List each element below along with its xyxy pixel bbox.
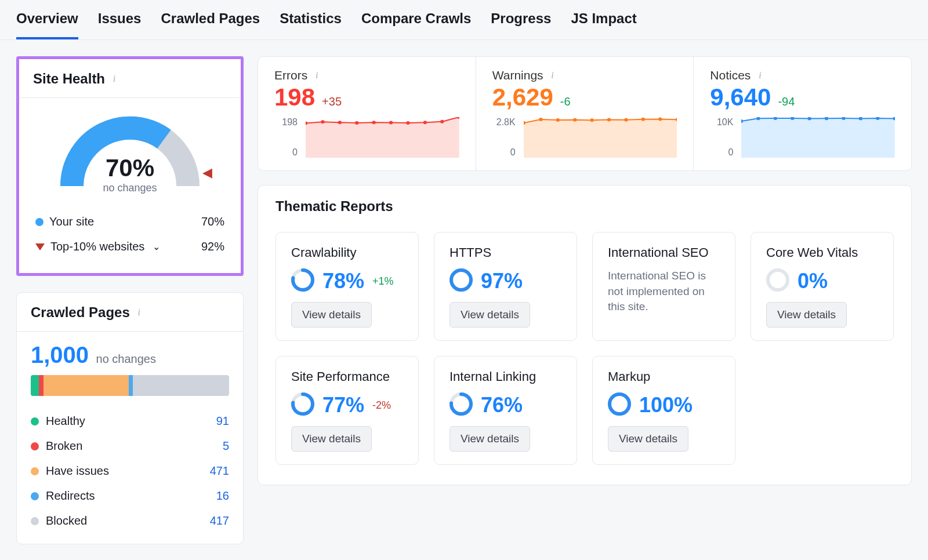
- report-title: Core Web Vitals: [766, 245, 878, 260]
- gauge-needle-icon: ◀: [202, 165, 212, 180]
- tab-bar: Overview Issues Crawled Pages Statistics…: [0, 0, 928, 40]
- errors-delta: +35: [322, 95, 342, 108]
- site-health-title: Site Health: [33, 71, 105, 87]
- legend-your-site: Your site 70%: [35, 209, 224, 234]
- crawled-item-value: 417: [210, 514, 229, 528]
- summary-notices[interactable]: Noticesi 9,640-94 10K0: [693, 57, 911, 170]
- tab-overview[interactable]: Overview: [16, 10, 78, 39]
- bar-segment[interactable]: [133, 375, 229, 396]
- svg-point-2: [338, 121, 342, 124]
- svg-point-33: [451, 270, 471, 290]
- info-icon[interactable]: i: [312, 71, 321, 80]
- donut-icon: [608, 392, 631, 418]
- crawled-list-item[interactable]: Redirects16: [31, 483, 229, 508]
- dot-icon: [35, 218, 44, 226]
- report-percent: 97%: [481, 269, 523, 293]
- view-details-button[interactable]: View details: [449, 426, 530, 452]
- notices-title: Notices: [710, 68, 751, 82]
- crawled-list-item[interactable]: Have issues471: [31, 459, 229, 483]
- tab-progress[interactable]: Progress: [491, 10, 551, 39]
- info-icon[interactable]: i: [755, 71, 764, 80]
- summary-warnings[interactable]: Warningsi 2,629-6 2.8K0: [476, 57, 694, 170]
- warnings-title: Warnings: [492, 68, 543, 82]
- view-details-button[interactable]: View details: [449, 302, 530, 328]
- report-title: International SEO: [608, 245, 720, 260]
- errors-value: 198: [274, 83, 315, 111]
- svg-point-41: [610, 394, 629, 414]
- view-details-button[interactable]: View details: [291, 426, 372, 452]
- report-card: Internal Linking76%View details: [434, 356, 577, 465]
- view-details-button[interactable]: View details: [766, 302, 847, 328]
- dot-icon: [31, 467, 39, 475]
- warnings-ytop: 2.8K: [492, 117, 516, 128]
- crawled-list-item[interactable]: Blocked417: [31, 508, 229, 533]
- report-title: Crawlability: [291, 245, 403, 260]
- tab-js-impact[interactable]: JS Impact: [571, 10, 636, 39]
- crawled-list-item[interactable]: Broken5: [31, 434, 229, 459]
- dot-icon: [31, 492, 39, 500]
- svg-point-13: [573, 118, 577, 122]
- view-details-button[interactable]: View details: [608, 426, 688, 452]
- gauge-percent: 70%: [55, 154, 205, 182]
- info-icon[interactable]: i: [110, 74, 119, 83]
- thematic-reports-card: Thematic Reports Crawlability78%+1%View …: [258, 185, 912, 485]
- donut-icon: [766, 268, 789, 294]
- errors-ybot: 0: [274, 147, 298, 158]
- bar-segment[interactable]: [31, 375, 39, 396]
- your-site-value: 70%: [201, 215, 224, 228]
- tab-issues[interactable]: Issues: [98, 10, 142, 39]
- tab-crawled-pages[interactable]: Crawled Pages: [161, 10, 260, 39]
- svg-point-16: [624, 118, 628, 122]
- view-details-button[interactable]: View details: [291, 302, 372, 328]
- tab-statistics[interactable]: Statistics: [280, 10, 342, 39]
- donut-icon: [449, 268, 473, 294]
- donut-icon: [291, 268, 314, 294]
- notices-ytop: 10K: [710, 117, 733, 128]
- site-health-header: Site Health i: [19, 59, 241, 98]
- top10-value: 92%: [201, 240, 224, 253]
- dot-icon: [31, 442, 39, 450]
- notices-spark: [741, 117, 895, 158]
- info-icon[interactable]: i: [135, 308, 144, 317]
- crawled-item-label: Have issues: [46, 464, 109, 478]
- notices-ybot: 0: [710, 147, 733, 158]
- dot-icon: [31, 517, 39, 525]
- warnings-value: 2,629: [492, 83, 553, 111]
- svg-point-12: [556, 118, 559, 122]
- svg-point-1: [321, 120, 324, 123]
- errors-spark: [306, 117, 459, 158]
- report-title: Internal Linking: [449, 369, 561, 384]
- bar-segment[interactable]: [39, 375, 44, 396]
- svg-point-15: [607, 118, 611, 122]
- report-card: Core Web Vitals0%View details: [751, 232, 894, 341]
- report-percent: 77%: [322, 393, 364, 417]
- report-card: International SEOInternational SEO is no…: [592, 232, 735, 341]
- gauge-sub: no changes: [55, 182, 205, 194]
- report-percent: 100%: [639, 393, 693, 417]
- crawled-list-item[interactable]: Healthy91: [31, 409, 229, 434]
- your-site-label: Your site: [49, 215, 94, 228]
- crawled-item-label: Broken: [46, 439, 82, 453]
- tab-compare-crawls[interactable]: Compare Crawls: [361, 10, 471, 39]
- bar-segment[interactable]: [129, 375, 133, 396]
- donut-icon: [449, 392, 473, 418]
- crawled-pages-count[interactable]: 1,000: [31, 342, 89, 368]
- errors-title: Errors: [274, 68, 307, 82]
- bar-segment[interactable]: [44, 375, 129, 396]
- info-icon[interactable]: i: [548, 71, 557, 80]
- errors-ytop: 198: [274, 117, 298, 128]
- crawled-item-label: Healthy: [46, 414, 85, 428]
- report-card: Markup100%View details: [592, 356, 735, 465]
- warnings-spark: [524, 117, 677, 158]
- summary-card: Errorsi 198+35 1980 Warningsi 2,629-6 2.…: [258, 56, 912, 171]
- chevron-down-icon: ⌄: [153, 241, 160, 252]
- notices-delta: -94: [778, 95, 795, 108]
- svg-point-14: [590, 118, 593, 122]
- legend-top10[interactable]: Top-10% websites ⌄ 92%: [35, 234, 224, 259]
- notices-value: 9,640: [710, 83, 771, 111]
- summary-errors[interactable]: Errorsi 198+35 1980: [258, 57, 476, 170]
- crawled-item-value: 471: [210, 464, 229, 478]
- report-percent: 76%: [481, 393, 523, 417]
- crawled-item-value: 5: [223, 439, 229, 453]
- triangle-down-icon: [35, 243, 45, 250]
